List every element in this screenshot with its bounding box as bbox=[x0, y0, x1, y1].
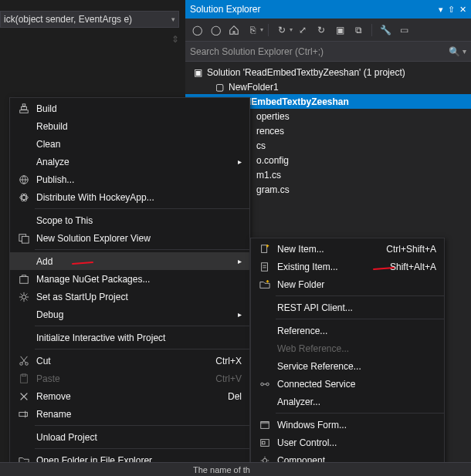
properties-icon[interactable]: 🔧 bbox=[377, 22, 394, 39]
menu-item-label: Cut bbox=[35, 356, 215, 366]
svg-rect-8 bbox=[22, 236, 29, 243]
menu-shortcut: Ctrl+Shift+A bbox=[386, 244, 436, 255]
svg-rect-0 bbox=[20, 110, 29, 113]
submenu-arrow-icon: ▸ bbox=[232, 157, 242, 166]
menu-item-label: New Solution Explorer View bbox=[35, 233, 242, 244]
menu-item-clean[interactable]: Clean bbox=[10, 135, 249, 153]
menu-shortcut: Ctrl+V bbox=[215, 373, 242, 384]
svg-rect-9 bbox=[20, 276, 29, 283]
back-icon[interactable]: ◯ bbox=[188, 22, 205, 39]
menu-item-build[interactable]: Build bbox=[10, 100, 249, 117]
folder-node[interactable]: ▢ NewFolder1 bbox=[185, 79, 471, 94]
menu-item-service-reference[interactable]: Service Reference... bbox=[251, 357, 444, 375]
menu-item-label: Set as StartUp Project bbox=[35, 292, 242, 302]
menu-item-reference[interactable]: Reference... bbox=[251, 322, 444, 339]
menu-item-connected-service[interactable]: Connected Service bbox=[251, 375, 444, 393]
menu-item-label: Initialize Interactive with Project bbox=[35, 333, 242, 343]
newitem-icon bbox=[254, 244, 276, 255]
copy-icon[interactable]: ⧉ bbox=[350, 22, 367, 39]
menu-item-label: Build bbox=[35, 103, 242, 114]
menu-item-analyze[interactable]: Analyze▸ bbox=[10, 153, 249, 170]
folder-icon: ▢ bbox=[213, 82, 225, 93]
menu-item-new-solution-explorer-view[interactable]: New Solution Explorer View bbox=[10, 229, 249, 247]
menu-item-label: Existing Item... bbox=[276, 262, 390, 272]
project-context-menu: BuildRebuildCleanAnalyze▸Publish...Distr… bbox=[9, 97, 250, 476]
search-dropdown-icon[interactable]: ▾ bbox=[463, 47, 466, 56]
menu-item-cut[interactable]: CutCtrl+X bbox=[10, 352, 249, 370]
rename-icon bbox=[13, 409, 35, 420]
showall-icon[interactable]: ▣ bbox=[331, 22, 348, 39]
newview-icon bbox=[13, 233, 35, 244]
menu-item-paste: PasteCtrl+V bbox=[10, 370, 249, 387]
menu-item-existing-item[interactable]: Existing Item...Shift+Alt+A bbox=[251, 258, 444, 275]
sync-icon[interactable]: ⎘ bbox=[244, 22, 261, 39]
menu-item-debug[interactable]: Debug▸ bbox=[10, 306, 249, 323]
menu-item-new-item[interactable]: New Item...Ctrl+Shift+A bbox=[251, 240, 444, 258]
editor-dropdown-text: ick(object sender, EventArgs e) bbox=[4, 14, 132, 25]
refresh2-icon[interactable]: ↻ bbox=[313, 22, 330, 39]
close-icon[interactable]: ✕ bbox=[459, 5, 466, 15]
folder-label: NewFolder1 bbox=[229, 82, 279, 93]
menu-item-scope-to-this[interactable]: Scope to This bbox=[10, 211, 249, 229]
home-icon[interactable] bbox=[225, 22, 242, 39]
menu-item-unload-project[interactable]: Unload Project bbox=[10, 428, 249, 446]
menu-item-label: Rebuild bbox=[35, 121, 242, 132]
remove-icon bbox=[13, 391, 35, 402]
svg-rect-23 bbox=[263, 441, 266, 444]
menu-separator bbox=[35, 448, 249, 449]
menu-item-add[interactable]: Add▸ bbox=[10, 252, 249, 270]
menu-item-analyzer[interactable]: Analyzer... bbox=[251, 393, 444, 410]
menu-item-windows-form[interactable]: Windows Form... bbox=[251, 416, 444, 434]
menu-item-label: Analyzer... bbox=[276, 397, 436, 407]
menu-item-rebuild[interactable]: Rebuild bbox=[10, 117, 249, 135]
menu-item-remove[interactable]: RemoveDel bbox=[10, 387, 249, 405]
menu-item-new-folder[interactable]: New Folder bbox=[251, 275, 444, 293]
menu-item-publish[interactable]: Publish... bbox=[10, 170, 249, 188]
menu-item-label: New Folder bbox=[276, 279, 436, 290]
tree-item-label: gram.cs bbox=[256, 184, 290, 195]
svg-rect-15 bbox=[19, 412, 28, 416]
menu-item-distribute-with-hockeyapp[interactable]: Distribute With HockeyApp... bbox=[10, 188, 249, 206]
solution-icon: ▣ bbox=[191, 67, 204, 78]
preview-icon[interactable]: ▭ bbox=[395, 22, 412, 39]
menu-item-label: User Control... bbox=[276, 437, 436, 448]
pin-icon[interactable]: ⇧ bbox=[448, 5, 455, 15]
nuget-icon bbox=[13, 274, 35, 285]
build-icon bbox=[13, 103, 35, 114]
forward-icon[interactable]: ◯ bbox=[207, 22, 224, 39]
search-placeholder: Search Solution Explorer (Ctrl+;) bbox=[190, 46, 324, 57]
menu-item-user-control[interactable]: User Control... bbox=[251, 434, 444, 451]
menu-item-rename[interactable]: Rename bbox=[10, 405, 249, 423]
refresh-icon[interactable]: ↻ bbox=[273, 22, 290, 39]
menu-item-rest-api-client[interactable]: REST API Client... bbox=[251, 299, 444, 316]
menu-separator bbox=[276, 319, 444, 319]
menu-item-manage-nuget-packages[interactable]: Manage NuGet Packages... bbox=[10, 270, 249, 288]
tree-item-label: o.config bbox=[256, 155, 289, 166]
existing-icon bbox=[254, 262, 276, 272]
form-icon bbox=[254, 420, 276, 430]
tree-item-label: rences bbox=[256, 126, 284, 137]
tree-item-label: cs bbox=[256, 140, 266, 151]
splitter-handle-icon[interactable]: ⇕ bbox=[171, 34, 179, 45]
search-icon[interactable]: 🔍 bbox=[449, 46, 460, 57]
solution-node[interactable]: ▣ Solution 'ReadEmbedTextbyZeeshan' (1 p… bbox=[185, 65, 471, 79]
menu-item-label: Analyze bbox=[35, 157, 232, 167]
menu-item-label: Scope to This bbox=[35, 215, 242, 226]
solution-explorer-titlebar[interactable]: Solution Explorer ▾ ⇧ ✕ bbox=[185, 0, 471, 19]
editor-member-dropdown[interactable]: ick(object sender, EventArgs e) ▾ bbox=[0, 11, 179, 28]
window-menu-icon[interactable]: ▾ bbox=[439, 5, 443, 15]
tree-item-label: operties bbox=[256, 111, 290, 122]
menu-item-web-reference: Web Reference... bbox=[251, 339, 444, 357]
status-bar: The name of th bbox=[0, 462, 471, 476]
add-submenu: New Item...Ctrl+Shift+AExisting Item...S… bbox=[250, 238, 445, 476]
svg-rect-2 bbox=[22, 103, 25, 106]
svg-point-18 bbox=[261, 383, 264, 386]
menu-separator bbox=[35, 249, 249, 250]
menu-separator bbox=[35, 425, 249, 426]
solution-explorer-search[interactable]: Search Solution Explorer (Ctrl+;) 🔍 ▾ bbox=[185, 42, 471, 62]
publish-icon bbox=[13, 174, 35, 185]
menu-item-initialize-interactive-with-project[interactable]: Initialize Interactive with Project bbox=[10, 329, 249, 346]
menu-item-set-as-startup-project[interactable]: Set as StartUp Project bbox=[10, 288, 249, 306]
collapse-icon[interactable]: ⤢ bbox=[294, 22, 311, 39]
svg-point-10 bbox=[22, 295, 25, 299]
